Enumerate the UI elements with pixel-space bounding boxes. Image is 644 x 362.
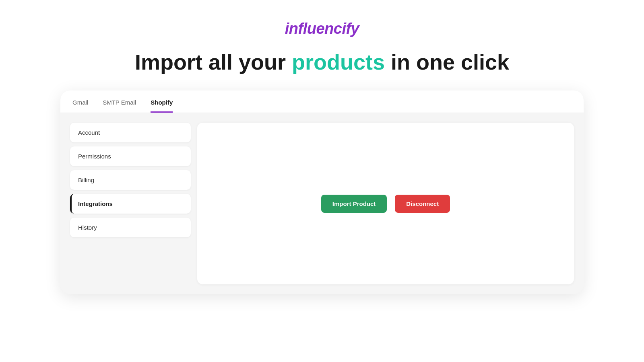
headline-prefix: Import all your bbox=[135, 50, 292, 74]
headline-highlight: products bbox=[292, 50, 385, 74]
tab-gmail[interactable]: Gmail bbox=[72, 99, 88, 113]
main-area: Account Permissions Billing Integrations… bbox=[60, 113, 584, 294]
sidebar-item-permissions[interactable]: Permissions bbox=[70, 146, 191, 166]
sidebar-item-billing[interactable]: Billing bbox=[70, 170, 191, 190]
tab-shopify[interactable]: Shopify bbox=[151, 99, 173, 113]
disconnect-button[interactable]: Disconnect bbox=[395, 195, 450, 213]
logo-text: influencify bbox=[285, 20, 359, 37]
content-panel: Import Product Disconnect bbox=[197, 123, 574, 284]
main-card: Gmail SMTP Email Shopify Account Permiss… bbox=[60, 90, 584, 294]
logo-area: influencify bbox=[285, 20, 359, 37]
sidebar-item-history[interactable]: History bbox=[70, 218, 191, 237]
sidebar-item-account[interactable]: Account bbox=[70, 123, 191, 142]
sidebar-item-integrations[interactable]: Integrations bbox=[70, 194, 191, 214]
import-product-button[interactable]: Import Product bbox=[321, 195, 387, 213]
headline-suffix: in one click bbox=[385, 50, 509, 74]
sidebar: Account Permissions Billing Integrations… bbox=[70, 123, 191, 284]
tab-smtp-email[interactable]: SMTP Email bbox=[103, 99, 136, 113]
tabs-bar: Gmail SMTP Email Shopify bbox=[60, 90, 584, 113]
page-headline: Import all your products in one click bbox=[135, 49, 509, 74]
